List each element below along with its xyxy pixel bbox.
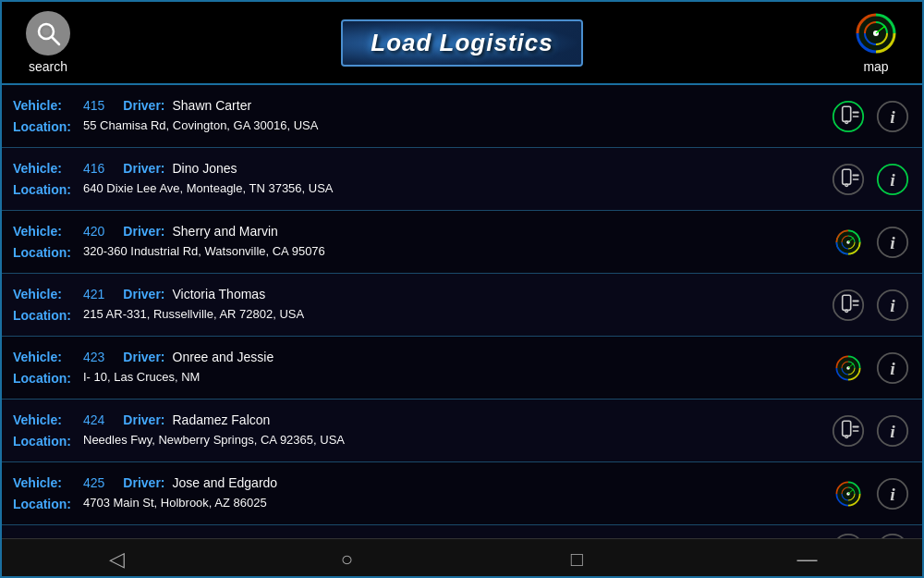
svg-point-26: [845, 309, 848, 312]
vehicle-label: Vehicle:: [13, 284, 79, 304]
info-button[interactable]: i: [874, 531, 911, 538]
logo-area: Load Logistics: [85, 19, 839, 67]
location-value: 215 AR-331, Russellville, AR 72802, USA: [83, 305, 304, 325]
back-button[interactable]: ◁: [90, 541, 145, 578]
search-button[interactable]: search: [11, 11, 85, 74]
driver-name: Dino Jones: [173, 158, 237, 178]
location-label: Location:: [13, 494, 79, 514]
vehicle-row: Vehicle: 424 Driver: Radamez Falcon Loca…: [2, 400, 922, 462]
vehicle-info: Vehicle: 421 Driver: Victoria Thomas Loc…: [13, 284, 821, 326]
vehicle-info: Vehicle: 424 Driver: Radamez Falcon Loca…: [13, 410, 821, 451]
map-button[interactable]: map: [839, 11, 913, 74]
vehicle-row: Vehicle: 416 Driver: Dino Jones Location…: [2, 148, 922, 211]
location-label: Location:: [13, 242, 79, 263]
phone-button[interactable]: [830, 531, 867, 538]
location-label: Location:: [13, 117, 79, 137]
search-icon: [26, 11, 70, 55]
row-actions: i: [830, 475, 911, 512]
vehicle-label: Vehicle:: [13, 347, 79, 367]
search-label: search: [29, 59, 67, 74]
driver-name: Jose and Edgardo: [173, 473, 278, 493]
row-actions: i: [830, 350, 911, 387]
svg-line-1: [52, 37, 59, 44]
location-value: 55 Chamisa Rd, Covington, GA 30016, USA: [83, 117, 318, 136]
svg-point-49: [878, 535, 907, 538]
phone-button[interactable]: [830, 161, 867, 198]
info-button[interactable]: i: [874, 98, 911, 135]
phone-button[interactable]: [830, 287, 867, 324]
vehicle-row: Vehicle: 425 Driver: Jose and Edgardo Lo…: [2, 462, 922, 525]
driver-label: Driver:: [123, 473, 164, 493]
vehicle-row: Vehicle: 420 Driver: Sherry and Marvin L…: [2, 211, 922, 274]
svg-point-46: [833, 535, 863, 538]
info-button[interactable]: i: [874, 161, 911, 198]
svg-point-10: [845, 120, 848, 123]
info-button[interactable]: i: [874, 412, 911, 449]
vehicle-label: Vehicle:: [13, 95, 79, 116]
map-icon-button[interactable]: [830, 224, 867, 261]
vehicle-num: 421: [83, 284, 104, 304]
row-actions: i: [830, 161, 911, 198]
location-value: 320-360 Industrial Rd, Watsonville, CA 9…: [83, 242, 325, 262]
svg-text:i: i: [890, 421, 895, 441]
driver-name: Shawn Carter: [173, 95, 252, 116]
phone-button[interactable]: [830, 412, 867, 449]
vehicle-num: 415: [83, 95, 104, 116]
row-actions: i: [830, 287, 911, 324]
driver-name: Onree and Jessie: [173, 347, 274, 367]
row-actions: i: [830, 98, 911, 135]
location-value: I- 10, Las Cruces, NM: [83, 368, 200, 387]
info-button[interactable]: i: [874, 350, 911, 387]
location-label: Location:: [13, 431, 79, 451]
driver-name: Sherry and Marvin: [173, 221, 278, 241]
home-button[interactable]: ○: [320, 541, 375, 578]
vehicle-label: Vehicle:: [13, 410, 79, 430]
phone-button[interactable]: [830, 98, 867, 135]
app-header: search Load Logistics: [2, 2, 922, 85]
vehicle-list: Vehicle: 415 Driver: Shawn Carter Locati…: [2, 85, 922, 538]
driver-name: Radamez Falcon: [173, 410, 271, 430]
svg-text:i: i: [890, 232, 895, 252]
driver-label: Driver:: [123, 284, 164, 304]
driver-label: Driver:: [123, 221, 164, 241]
vehicle-info: Vehicle: 420 Driver: Sherry and Marvin L…: [13, 221, 821, 263]
info-button[interactable]: i: [874, 287, 911, 324]
location-label: Location:: [13, 179, 79, 200]
vehicle-info: Vehicle: 415 Driver: Shawn Carter Locati…: [13, 95, 821, 137]
svg-rect-14: [843, 169, 851, 184]
vehicle-label: Vehicle:: [13, 158, 79, 178]
vehicle-label: Vehicle:: [13, 473, 79, 493]
vehicle-num: 425: [83, 473, 104, 493]
logo-text: Load Logistics: [371, 29, 553, 56]
map-label: map: [863, 59, 888, 74]
location-value: Needles Fwy, Newberry Springs, CA 92365,…: [83, 431, 345, 450]
svg-point-15: [845, 183, 848, 186]
vehicle-num: 424: [83, 410, 104, 430]
svg-text:i: i: [890, 358, 895, 378]
vehicle-num: 423: [83, 347, 104, 367]
svg-point-2: [43, 28, 50, 35]
vehicle-row: Vehicle: 423 Driver: Onree and Jessie Lo…: [2, 337, 922, 400]
svg-rect-36: [843, 421, 851, 436]
bottom-nav: ◁ ○ □ —: [2, 538, 922, 578]
vehicle-label: Vehicle:: [13, 221, 79, 241]
dash-button[interactable]: —: [780, 541, 835, 578]
row-actions: i: [830, 412, 911, 449]
row-actions: i: [830, 224, 911, 261]
row-actions: i: [830, 531, 911, 538]
location-value: 4703 Main St, Holbrook, AZ 86025: [83, 494, 267, 513]
map-icon-button[interactable]: [830, 475, 867, 512]
recent-button[interactable]: □: [550, 541, 605, 578]
svg-text:i: i: [890, 295, 895, 315]
svg-text:i: i: [890, 106, 895, 127]
svg-rect-9: [843, 106, 851, 121]
location-label: Location:: [13, 368, 79, 388]
driver-label: Driver:: [123, 95, 164, 116]
info-button[interactable]: i: [874, 224, 911, 261]
driver-label: Driver:: [123, 410, 164, 430]
info-button[interactable]: i: [874, 475, 911, 512]
location-label: Location:: [13, 305, 79, 326]
map-icon-button[interactable]: [830, 350, 867, 387]
app-logo: Load Logistics: [341, 19, 582, 67]
svg-point-37: [845, 435, 848, 437]
